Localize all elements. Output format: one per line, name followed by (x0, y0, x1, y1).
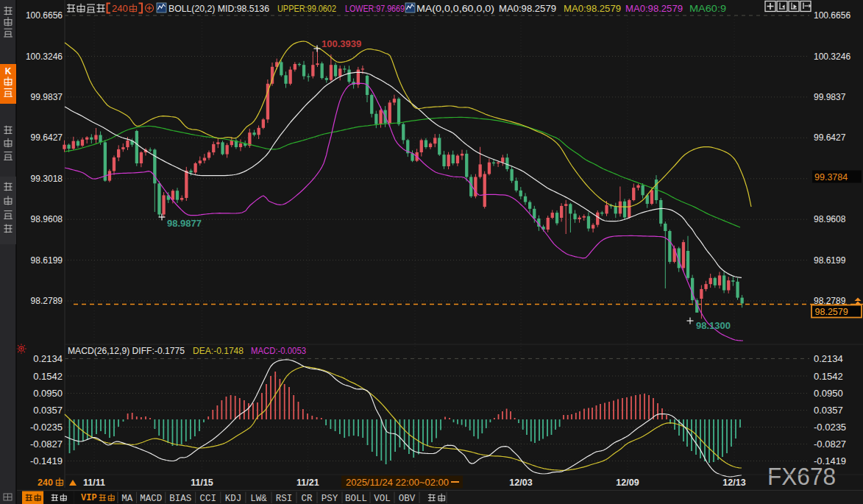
svg-text:98.9608: 98.9608 (814, 214, 846, 224)
svg-text:240: 240 (38, 478, 53, 488)
svg-text:99.3018: 99.3018 (31, 174, 63, 184)
svg-text:BIAS: BIAS (169, 494, 191, 504)
svg-text:100.3939: 100.3939 (322, 38, 361, 49)
svg-text:MACD: MACD (140, 494, 162, 504)
svg-text:MA(0,0,0,60,0,0): MA(0,0,0,60,0,0) (416, 3, 494, 14)
svg-text:11/21: 11/21 (296, 478, 319, 488)
svg-text:11/15: 11/15 (191, 478, 213, 488)
svg-text:0.0950: 0.0950 (33, 388, 63, 399)
svg-text:100.3246: 100.3246 (814, 52, 850, 62)
svg-text:OBV: OBV (399, 494, 416, 504)
svg-text:99.9837: 99.9837 (814, 92, 846, 102)
svg-text:KDJ: KDJ (225, 494, 242, 504)
svg-text:100.6656: 100.6656 (814, 10, 850, 21)
svg-text:-0.0827: -0.0827 (30, 439, 63, 450)
svg-text:0.2134: 0.2134 (814, 353, 843, 364)
svg-text:-0.0235: -0.0235 (30, 422, 63, 433)
svg-text:12/03: 12/03 (509, 478, 532, 488)
svg-text:98.2789: 98.2789 (31, 296, 63, 306)
svg-text:RSI: RSI (276, 494, 293, 504)
svg-text:MA60:9: MA60:9 (689, 3, 726, 14)
svg-text:98.9877: 98.9877 (167, 218, 202, 229)
svg-text:100.6656: 100.6656 (26, 10, 63, 21)
svg-text:99.6427: 99.6427 (31, 132, 63, 143)
svg-text:0.1542: 0.1542 (33, 371, 63, 382)
svg-text:MA0:98.2579: MA0:98.2579 (564, 3, 621, 14)
svg-text:11/11: 11/11 (83, 478, 105, 488)
svg-text:FX678: FX678 (767, 462, 836, 490)
svg-text:MA0:98.2579: MA0:98.2579 (499, 3, 556, 14)
svg-text:MACD(26,12,9) DIFF:-0.1775: MACD(26,12,9) DIFF:-0.1775 (68, 345, 185, 356)
svg-text:-0.0827: -0.0827 (814, 439, 846, 450)
svg-text:100.3246: 100.3246 (26, 52, 63, 62)
svg-text:MA0:98.2579: MA0:98.2579 (625, 3, 683, 14)
svg-text:VOL: VOL (374, 494, 391, 504)
svg-text:0.1542: 0.1542 (814, 371, 843, 382)
svg-text:98.9608: 98.9608 (31, 214, 63, 224)
svg-text:MA: MA (121, 494, 133, 504)
svg-text:LW&: LW& (250, 494, 267, 504)
svg-text:-0.1419: -0.1419 (30, 455, 63, 466)
svg-text:0.0357: 0.0357 (814, 405, 843, 416)
svg-text:MACD:-0.0053: MACD:-0.0053 (251, 345, 306, 356)
svg-text:98.6199: 98.6199 (814, 255, 846, 266)
svg-text:BOLL(20,2) MID:98.5136: BOLL(20,2) MID:98.5136 (168, 3, 269, 14)
svg-text:99.6427: 99.6427 (814, 132, 846, 143)
svg-text:12/09: 12/09 (616, 478, 639, 488)
svg-text:CR: CR (301, 494, 313, 504)
svg-text:LOWER:97.9669: LOWER:97.9669 (345, 3, 405, 14)
svg-text:0.0950: 0.0950 (814, 388, 843, 399)
svg-text:12/13: 12/13 (722, 478, 745, 488)
svg-text:UPPER:99.0602: UPPER:99.0602 (277, 3, 336, 14)
svg-text:98.2579: 98.2579 (815, 307, 848, 317)
svg-text:DEA:-0.1748: DEA:-0.1748 (193, 345, 244, 356)
svg-text:VIP: VIP (81, 493, 97, 503)
svg-text:K: K (5, 66, 12, 77)
svg-text:BOLL: BOLL (345, 494, 367, 504)
svg-text:CCI: CCI (200, 494, 217, 504)
svg-text:99.3784: 99.3784 (814, 172, 848, 182)
svg-text:2025/11/24 22:00~02:00: 2025/11/24 22:00~02:00 (346, 478, 449, 488)
svg-text:PSY: PSY (322, 494, 338, 504)
svg-text:0.2134: 0.2134 (33, 353, 63, 364)
svg-text:0.0357: 0.0357 (33, 405, 63, 416)
svg-text:99.9837: 99.9837 (31, 92, 63, 102)
svg-text:98.1300: 98.1300 (696, 320, 731, 331)
svg-text:-0.0235: -0.0235 (814, 422, 846, 433)
svg-text:240: 240 (112, 3, 128, 14)
svg-text:98.6199: 98.6199 (31, 255, 63, 266)
